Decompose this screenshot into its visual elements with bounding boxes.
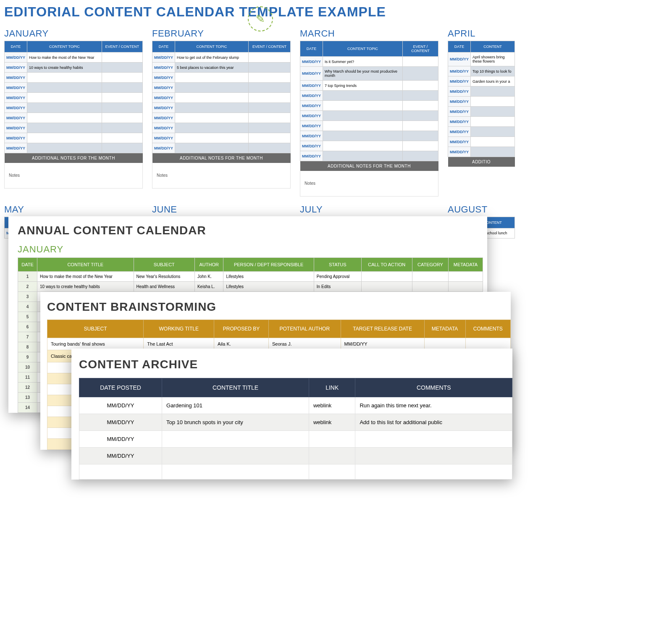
date-cell[interactable]: MM/DD/YY	[448, 137, 471, 147]
topic-cell[interactable]	[323, 111, 403, 121]
topic-cell[interactable]	[175, 93, 249, 103]
annual-row[interactable]: 1How to make the most of the New YearNew…	[18, 272, 483, 282]
event-cell[interactable]	[402, 151, 438, 161]
topic-cell[interactable]	[27, 133, 102, 143]
month-row[interactable]: MM/DD/YY Top 10 things to look fo	[448, 66, 515, 76]
month-row[interactable]: MM/DD/YY	[152, 143, 291, 153]
event-cell[interactable]	[248, 133, 290, 143]
month-row[interactable]: MM/DD/YY	[152, 113, 291, 123]
date-cell[interactable]: MM/DD/YY	[5, 73, 27, 83]
date-cell[interactable]: MM/DD/YY	[152, 63, 175, 73]
topic-cell[interactable]	[175, 133, 249, 143]
date-cell[interactable]: MM/DD/YY	[448, 87, 471, 97]
event-cell[interactable]	[248, 52, 290, 63]
date-cell[interactable]: MM/DD/YY	[5, 52, 27, 63]
topic-cell[interactable]	[323, 151, 403, 161]
topic-cell[interactable]	[471, 127, 515, 137]
month-row[interactable]: MM/DD/YY	[300, 111, 438, 121]
event-cell[interactable]	[102, 143, 142, 153]
topic-cell[interactable]	[27, 103, 102, 113]
archive-row[interactable]: MM/DD/YY	[79, 431, 512, 448]
date-cell[interactable]: MM/DD/YY	[300, 81, 323, 91]
date-cell[interactable]: MM/DD/YY	[300, 151, 323, 161]
month-row[interactable]: MM/DD/YY	[5, 93, 143, 103]
archive-row[interactable]: MM/DD/YY	[79, 448, 512, 464]
month-row[interactable]: MM/DD/YY	[448, 117, 515, 127]
topic-cell[interactable]	[323, 101, 403, 111]
event-cell[interactable]	[102, 123, 142, 133]
event-cell[interactable]	[402, 67, 438, 81]
date-cell[interactable]: MM/DD/YY	[5, 103, 27, 113]
month-row[interactable]: MM/DD/YY 5 best places to vacation this …	[152, 63, 291, 73]
topic-cell[interactable]	[27, 123, 102, 133]
date-cell[interactable]: MM/DD/YY	[448, 52, 471, 66]
event-cell[interactable]	[102, 73, 142, 83]
month-row[interactable]: MM/DD/YY	[448, 137, 515, 147]
month-row[interactable]: MM/DD/YY 10 ways to create healthy habit…	[5, 63, 143, 73]
topic-cell[interactable]	[471, 137, 515, 147]
date-cell[interactable]: MM/DD/YY	[152, 133, 175, 143]
date-cell[interactable]: MM/DD/YY	[5, 113, 27, 123]
month-row[interactable]: MM/DD/YY Is it Summer yet?	[300, 57, 438, 67]
month-row[interactable]: MM/DD/YY	[448, 87, 515, 97]
archive-row[interactable]	[79, 464, 512, 480]
event-cell[interactable]	[248, 103, 290, 113]
event-cell[interactable]	[102, 93, 142, 103]
event-cell[interactable]	[248, 143, 290, 153]
month-row[interactable]: MM/DD/YY Garden tours in your a	[448, 76, 515, 87]
month-row[interactable]: MM/DD/YY	[448, 97, 515, 107]
topic-cell[interactable]: 5 best places to vacation this year	[175, 63, 249, 73]
month-row[interactable]: MM/DD/YY	[152, 133, 291, 143]
topic-cell[interactable]	[27, 143, 102, 153]
month-row[interactable]: MM/DD/YY	[5, 83, 143, 93]
date-cell[interactable]: MM/DD/YY	[300, 111, 323, 121]
topic-cell[interactable]	[175, 73, 249, 83]
topic-cell[interactable]: How to make the most of the New Year	[27, 52, 102, 63]
date-cell[interactable]: MM/DD/YY	[152, 73, 175, 83]
topic-cell[interactable]: How to get out of the February slump	[175, 52, 249, 63]
topic-cell[interactable]	[175, 143, 249, 153]
topic-cell[interactable]	[471, 107, 515, 117]
topic-cell[interactable]: 10 ways to create healthy habits	[27, 63, 102, 73]
event-cell[interactable]	[248, 113, 290, 123]
month-row[interactable]: MM/DD/YY	[300, 91, 438, 101]
month-row[interactable]: MM/DD/YY	[5, 73, 143, 83]
month-row[interactable]: MM/DD/YY 7 top Spring trends	[300, 81, 438, 91]
event-cell[interactable]	[402, 111, 438, 121]
month-row[interactable]: MM/DD/YY How to get out of the February …	[152, 52, 291, 63]
event-cell[interactable]	[102, 52, 142, 63]
event-cell[interactable]	[248, 73, 290, 83]
month-row[interactable]: MM/DD/YY	[152, 83, 291, 93]
event-cell[interactable]	[102, 133, 142, 143]
event-cell[interactable]	[402, 131, 438, 141]
date-cell[interactable]: MM/DD/YY	[152, 123, 175, 133]
topic-cell[interactable]	[323, 91, 403, 101]
event-cell[interactable]	[402, 81, 438, 91]
date-cell[interactable]: MM/DD/YY	[152, 103, 175, 113]
topic-cell[interactable]: April showers bring these flowers	[471, 52, 515, 66]
date-cell[interactable]: MM/DD/YY	[300, 121, 323, 131]
topic-cell[interactable]	[323, 141, 403, 151]
notes-cell[interactable]: Notes	[5, 163, 143, 188]
event-cell[interactable]	[402, 121, 438, 131]
topic-cell[interactable]	[27, 73, 102, 83]
date-cell[interactable]: MM/DD/YY	[300, 91, 323, 101]
month-row[interactable]: MM/DD/YY	[300, 101, 438, 111]
date-cell[interactable]: MM/DD/YY	[5, 83, 27, 93]
event-cell[interactable]	[402, 141, 438, 151]
topic-cell[interactable]	[175, 123, 249, 133]
event-cell[interactable]	[248, 63, 290, 73]
date-cell[interactable]: MM/DD/YY	[152, 93, 175, 103]
month-row[interactable]: MM/DD/YY	[5, 103, 143, 113]
topic-cell[interactable]	[471, 117, 515, 127]
event-cell[interactable]	[248, 83, 290, 93]
month-row[interactable]: MM/DD/YY	[152, 73, 291, 83]
month-row[interactable]: MM/DD/YY	[5, 123, 143, 133]
topic-cell[interactable]: Garden tours in your a	[471, 76, 515, 87]
date-cell[interactable]: MM/DD/YY	[448, 107, 471, 117]
date-cell[interactable]: MM/DD/YY	[5, 123, 27, 133]
date-cell[interactable]: MM/DD/YY	[152, 83, 175, 93]
topic-cell[interactable]	[27, 83, 102, 93]
month-row[interactable]: MM/DD/YY	[300, 141, 438, 151]
date-cell[interactable]: MM/DD/YY	[448, 76, 471, 87]
